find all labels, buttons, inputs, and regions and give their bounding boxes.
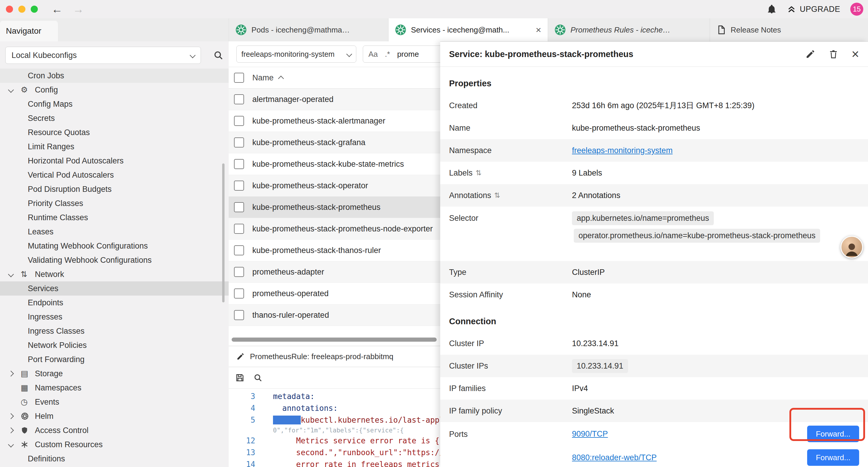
table-row[interactable]: kube-prometheus-stack-kube-state-metrics: [229, 153, 440, 175]
edit-pencil-icon[interactable]: [805, 49, 815, 59]
table-body: alertmanager-operated kube-prometheus-st…: [229, 89, 440, 326]
sidebar-item-helm[interactable]: Helm: [0, 409, 229, 423]
sidebar-item-label: Vertical Pod Autoscalers: [28, 171, 114, 180]
dock-tab-bar: PrometheusRule: freeleaps-prod-rabbitmq: [229, 346, 440, 367]
sidebar-item-config-maps[interactable]: Config Maps: [0, 97, 229, 111]
close-tab-icon[interactable]: ×: [536, 25, 541, 35]
sidebar-item-label: Config Maps: [28, 99, 73, 109]
regex-toggle[interactable]: .*: [385, 50, 390, 59]
sidebar-item-horizontal-pod-autoscalers[interactable]: Horizontal Pod Autoscalers: [0, 154, 229, 168]
table-row[interactable]: kube-prometheus-stack-grafana: [229, 132, 440, 153]
sidebar-item-pod-disruption-budgets[interactable]: Pod Disruption Budgets: [0, 182, 229, 196]
forward-button[interactable]: Forward...: [807, 426, 859, 442]
table-row[interactable]: kube-prometheus-stack-prometheus-node-ex…: [229, 218, 440, 240]
notifications-bell-icon[interactable]: [767, 4, 777, 14]
sidebar-item-vertical-pod-autoscalers[interactable]: Vertical Pod Autoscalers: [0, 168, 229, 182]
table-row[interactable]: alertmanager-operated: [229, 89, 440, 110]
notification-count-badge[interactable]: 15: [850, 3, 863, 16]
minimize-window-button[interactable]: [18, 6, 25, 13]
namespace-select[interactable]: freeleaps-monitoring-system: [236, 46, 356, 63]
sidebar-item-events[interactable]: ◷ Events: [0, 395, 229, 409]
sidebar-item-custom-resources[interactable]: Custom Resources: [0, 437, 229, 451]
sidebar-item-mutating-webhook-configurations[interactable]: Mutating Webhook Configurations: [0, 239, 229, 253]
tab-pods[interactable]: Pods - icecheng@mathmas...: [229, 18, 389, 41]
sidebar-item-ingresses[interactable]: Ingresses: [0, 310, 229, 324]
navigator-tab[interactable]: Navigator: [0, 21, 58, 41]
table-row[interactable]: prometheus-adapter: [229, 261, 440, 283]
table-row[interactable]: kube-prometheus-stack-alertmanager: [229, 110, 440, 132]
table-row[interactable]: kube-prometheus-stack-thanos-ruler: [229, 240, 440, 261]
search-input[interactable]: Aa .* prome: [363, 46, 440, 63]
forward-button[interactable]: →: [73, 0, 84, 18]
sidebar-item-secrets[interactable]: Secrets: [0, 111, 229, 125]
match-case-toggle[interactable]: Aa: [368, 50, 378, 59]
sidebar-search-icon[interactable]: [213, 50, 223, 60]
table-row[interactable]: kube-prometheus-stack-operator: [229, 175, 440, 197]
tab-services[interactable]: Services - icecheng@math... ×: [389, 18, 548, 41]
row-checkbox[interactable]: [234, 310, 244, 320]
row-checkbox[interactable]: [234, 245, 244, 255]
sidebar-item-namespaces[interactable]: ▦ Namespaces: [0, 381, 229, 395]
sidebar-item-access-control[interactable]: Access Control: [0, 423, 229, 437]
row-checkbox[interactable]: [234, 267, 244, 277]
sidebar-item-runtime-classes[interactable]: Runtime Classes: [0, 210, 229, 225]
expand-toggle-icon[interactable]: ⇅: [476, 169, 482, 177]
sidebar-item-label: Ingress Classes: [28, 327, 85, 336]
tab-release-notes[interactable]: Release Notes: [710, 18, 868, 41]
sidebar-item-services[interactable]: Services: [0, 282, 229, 296]
back-button[interactable]: ←: [52, 0, 63, 18]
sidebar-item-limit-ranges[interactable]: Limit Ranges: [0, 140, 229, 154]
select-all-checkbox[interactable]: [234, 73, 244, 83]
sidebar-item-ingress-classes[interactable]: Ingress Classes: [0, 324, 229, 338]
sidebar-item-config[interactable]: ⚙ Config: [0, 83, 229, 97]
row-label: Session Affinity: [449, 290, 572, 299]
forward-button[interactable]: Forward...: [807, 449, 859, 466]
namespace-link[interactable]: freeleaps-monitoring-system: [572, 146, 673, 155]
row-checkbox[interactable]: [234, 159, 244, 169]
delete-trash-icon[interactable]: [829, 49, 838, 59]
row-checkbox[interactable]: [234, 289, 244, 298]
sidebar-item-port-forwarding[interactable]: Port Forwarding: [0, 352, 229, 367]
sidebar-item-network[interactable]: ⇅ Network: [0, 267, 229, 282]
row-checkbox[interactable]: [234, 116, 244, 126]
sidebar-item-endpoints[interactable]: Endpoints: [0, 296, 229, 310]
tab-label: Release Notes: [731, 25, 781, 35]
dock-tab-prometheusrule[interactable]: PrometheusRule: freeleaps-prod-rabbitmq: [229, 346, 440, 367]
sidebar-item-storage[interactable]: ▤ Storage: [0, 367, 229, 381]
sidebar-scrollbar[interactable]: [222, 164, 224, 302]
sidebar-item-validating-webhook-configurations[interactable]: Validating Webhook Configurations: [0, 253, 229, 267]
chevron-right-icon: [8, 413, 14, 419]
tab-prometheus-rules[interactable]: Prometheus Rules - icecheng...: [548, 18, 710, 41]
save-icon[interactable]: [235, 373, 245, 382]
close-window-button[interactable]: [6, 6, 13, 13]
sidebar-item-cron-jobs[interactable]: Cron Jobs: [0, 68, 229, 83]
row-checkbox[interactable]: [234, 224, 244, 234]
code-text: 0","for":"1m","labels":{"service":{: [261, 426, 404, 435]
row-checkbox[interactable]: [234, 181, 244, 191]
editor-search-icon[interactable]: [253, 373, 262, 382]
port-link[interactable]: 9090/TCP: [572, 430, 608, 439]
yaml-editor[interactable]: 3metadata: 4 annotations: 5 kubectl.kube…: [229, 389, 440, 467]
name-column-header[interactable]: Name: [252, 73, 283, 83]
sidebar-item-resource-quotas[interactable]: Resource Quotas: [0, 125, 229, 140]
maximize-window-button[interactable]: [31, 6, 38, 13]
table-row[interactable]: thanos-ruler-operated: [229, 304, 440, 326]
row-checkbox[interactable]: [234, 138, 244, 147]
sidebar-item-leases[interactable]: Leases: [0, 225, 229, 239]
row-value: 10.233.14.91: [572, 339, 619, 348]
row-checkbox[interactable]: [234, 94, 244, 104]
port-link[interactable]: 8080:reloader-web/TCP: [572, 453, 657, 462]
table-row-selected[interactable]: kube-prometheus-stack-prometheus: [229, 197, 440, 218]
sidebar-item-network-policies[interactable]: Network Policies: [0, 338, 229, 352]
tab-label: Pods - icecheng@mathmas...: [251, 25, 352, 35]
row-checkbox[interactable]: [234, 202, 244, 212]
close-panel-icon[interactable]: ×: [851, 48, 859, 61]
table-row[interactable]: prometheus-operated: [229, 283, 440, 304]
sidebar-item-definitions[interactable]: Definitions: [0, 451, 229, 466]
namespace-select-value: freeleaps-monitoring-system: [241, 50, 335, 59]
upgrade-button[interactable]: UPGRADE: [787, 4, 840, 14]
horizontal-scrollbar[interactable]: [231, 338, 437, 342]
sidebar-item-priority-classes[interactable]: Priority Classes: [0, 196, 229, 210]
expand-toggle-icon[interactable]: ⇅: [494, 191, 500, 200]
kubeconfig-select[interactable]: Local Kubeconfigs: [5, 47, 201, 64]
